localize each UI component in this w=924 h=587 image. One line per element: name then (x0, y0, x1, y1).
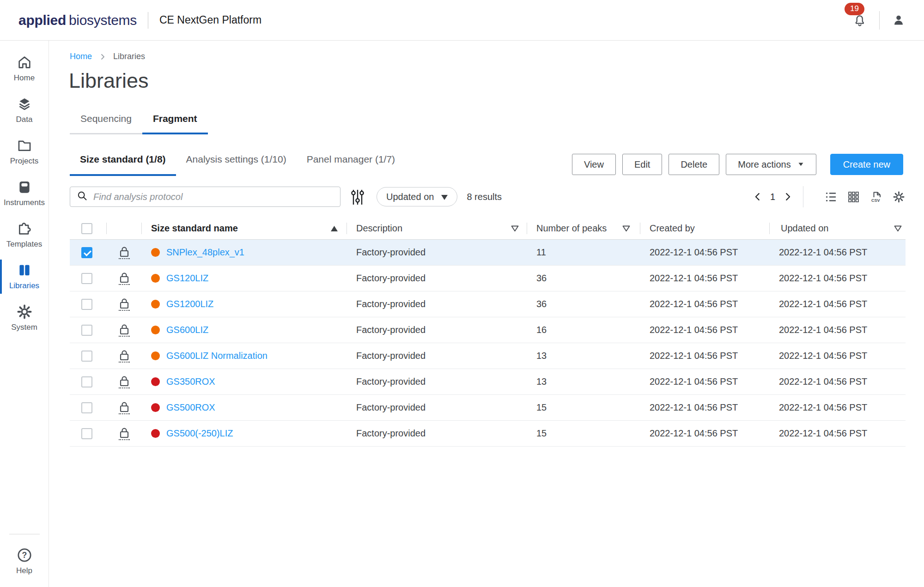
filter-icon[interactable] (894, 225, 902, 232)
user-icon (892, 13, 906, 27)
sidebar-item-home[interactable]: Home (0, 48, 49, 90)
row-description: Factory-provided (347, 395, 527, 420)
results-count: 8 results (467, 192, 502, 202)
dye-color-dot (151, 351, 160, 360)
size-standard-name-link[interactable]: GS1200LIZ (166, 299, 213, 309)
size-standard-name-link[interactable]: SNPlex_48plex_v1 (166, 247, 244, 258)
edit-button[interactable]: Edit (622, 154, 662, 175)
lock-column-header (107, 218, 142, 239)
page-next-button[interactable] (783, 192, 793, 202)
row-description: Factory-provided (347, 369, 527, 394)
layers-icon (17, 96, 32, 112)
sidebar-item-label: Home (14, 73, 35, 83)
filter-icon[interactable] (511, 225, 519, 232)
size-standards-table: Size standard name Description Number of… (70, 218, 906, 447)
table-header-row: Size standard name Description Number of… (70, 218, 906, 240)
subtab-analysis-settings[interactable]: Analysis settings (1/10) (176, 152, 297, 176)
row-created: 2022-12-1 04:56 PST (640, 266, 770, 291)
tab-fragment[interactable]: Fragment (142, 110, 208, 134)
row-updated: 2022-12-1 04:56 PST (770, 240, 906, 265)
subtab-size-standard[interactable]: Size standard (1/8) (70, 152, 176, 176)
row-checkbox[interactable] (81, 325, 92, 336)
sidebar-footer-divider (9, 534, 40, 534)
column-header-updated[interactable]: Updated on (770, 223, 828, 234)
column-header-created[interactable]: Created by (640, 223, 695, 234)
row-updated: 2022-12-1 04:56 PST (770, 266, 906, 291)
table-row: GS500ROX Factory-provided 15 2022-12-1 0… (70, 395, 906, 421)
export-csv-icon[interactable]: CSV (870, 191, 882, 203)
size-standard-name-link[interactable]: GS600LIZ (166, 325, 208, 335)
size-standard-name-link[interactable]: GS350ROX (166, 376, 215, 387)
row-checkbox[interactable] (81, 247, 92, 258)
filter-sliders-icon[interactable] (351, 189, 365, 205)
dye-color-dot (151, 248, 160, 257)
row-created: 2022-12-1 04:56 PST (640, 291, 770, 317)
create-new-button[interactable]: Create new (830, 154, 903, 175)
home-icon (17, 54, 32, 70)
sidebar-item-data[interactable]: Data (0, 90, 49, 131)
delete-button[interactable]: Delete (669, 154, 719, 175)
sidebar-item-instruments[interactable]: Instruments (0, 173, 49, 214)
sidebar-item-label: System (11, 323, 37, 332)
size-standard-name-link[interactable]: GS120LIZ (166, 273, 208, 284)
notifications-button[interactable]: 19 (852, 13, 867, 28)
row-updated: 2022-12-1 04:56 PST (770, 343, 906, 369)
lock-icon (118, 375, 130, 388)
instrument-icon (17, 179, 32, 195)
row-checkbox[interactable] (81, 376, 92, 387)
column-header-peaks[interactable]: Number of peaks (527, 223, 607, 234)
row-checkbox[interactable] (81, 299, 92, 310)
row-checkbox[interactable] (81, 428, 92, 439)
sort-dropdown[interactable]: Updated on (377, 187, 457, 206)
view-button[interactable]: View (572, 154, 616, 175)
table-body: SNPlex_48plex_v1 Factory-provided 11 202… (70, 240, 906, 447)
row-peaks: 36 (527, 266, 640, 291)
notification-count-badge: 19 (845, 3, 864, 15)
table-row: GS120LIZ Factory-provided 36 2022-12-1 0… (70, 266, 906, 291)
sidebar-item-templates[interactable]: Templates (0, 214, 49, 256)
filter-icon[interactable] (622, 225, 630, 232)
column-header-description[interactable]: Description (347, 223, 402, 234)
subtab-panel-manager[interactable]: Panel manager (1/7) (297, 152, 405, 176)
column-header-name[interactable]: Size standard name (142, 223, 238, 234)
user-menu-button[interactable] (892, 13, 906, 27)
size-standard-name-link[interactable]: GS500(-250)LIZ (166, 428, 233, 439)
main-tabs: Sequencing Fragment (70, 110, 208, 134)
sort-ascending-icon[interactable] (331, 226, 338, 231)
sidebar-item-help[interactable]: ? Help (0, 541, 49, 582)
lock-icon (118, 350, 130, 363)
breadcrumb-home-link[interactable]: Home (70, 52, 92, 61)
table-row: GS350ROX Factory-provided 13 2022-12-1 0… (70, 369, 906, 395)
grid-view-icon[interactable] (847, 191, 860, 203)
dye-color-dot (151, 403, 160, 412)
more-actions-button[interactable]: More actions (726, 154, 816, 175)
row-description: Factory-provided (347, 240, 527, 265)
dye-color-dot (151, 326, 160, 334)
page-prev-button[interactable] (753, 192, 763, 202)
row-checkbox[interactable] (81, 273, 92, 284)
list-view-icon[interactable] (825, 191, 837, 203)
toolbar-divider (803, 186, 803, 207)
header-right-divider (879, 11, 880, 30)
search-input[interactable] (93, 192, 334, 202)
tab-sequencing[interactable]: Sequencing (70, 110, 142, 134)
row-checkbox[interactable] (81, 351, 92, 362)
sidebar-item-system[interactable]: System (0, 297, 49, 339)
select-all-checkbox[interactable] (81, 223, 92, 234)
row-updated: 2022-12-1 04:56 PST (770, 369, 906, 394)
more-actions-label: More actions (738, 159, 791, 170)
app-title: CE NextGen Platform (159, 14, 261, 26)
size-standard-name-link[interactable]: GS600LIZ Normalization (166, 351, 267, 361)
table-settings-gear-icon[interactable] (893, 191, 905, 203)
sidebar-item-libraries[interactable]: Libraries (0, 256, 49, 297)
search-icon (77, 190, 88, 203)
row-checkbox[interactable] (81, 402, 92, 413)
size-standard-name-link[interactable]: GS500ROX (166, 402, 215, 413)
row-description: Factory-provided (347, 421, 527, 446)
sidebar-item-label: Help (16, 566, 32, 575)
row-created: 2022-12-1 04:56 PST (640, 395, 770, 420)
sidebar-item-projects[interactable]: Projects (0, 131, 49, 173)
page-title: Libraries (69, 69, 149, 93)
sidebar-item-label: Data (16, 115, 33, 124)
table-row: GS600LIZ Normalization Factory-provided … (70, 343, 906, 369)
